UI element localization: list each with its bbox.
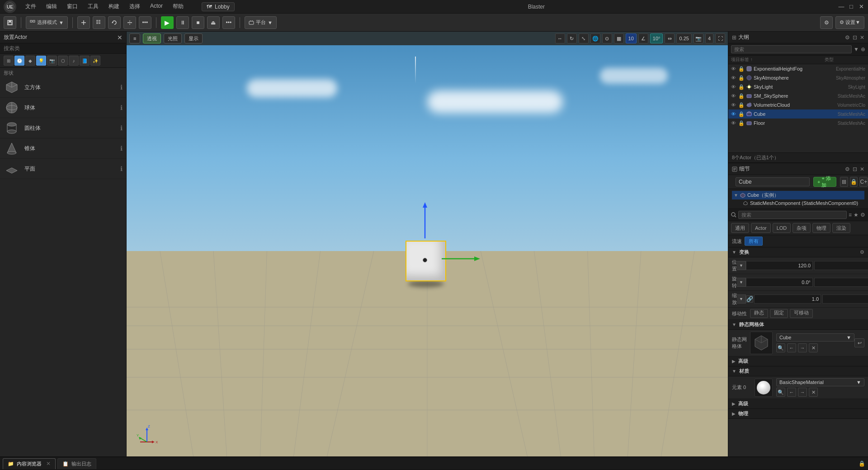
browse-mesh-button[interactable]: 🔍 [776,343,785,352]
stop-button[interactable]: ■ [192,16,204,29]
scale-value-button[interactable]: 0.25 [676,33,691,43]
place-actor-close[interactable]: ✕ [117,34,123,41]
more-play-button[interactable]: ••• [222,16,235,29]
angle-icon[interactable]: ∠ [638,33,648,43]
camera-value-button[interactable]: 4 [705,33,713,43]
details-tab-actor[interactable]: Actor [751,223,771,233]
cylinder-info-icon[interactable]: ℹ [120,124,123,132]
settings-button[interactable]: ⚙ 设置▼ [835,16,864,29]
grid-size-button[interactable]: 10 [626,33,637,43]
pause-button[interactable]: ⏸ [176,16,189,29]
surface-snap-icon[interactable]: ⊙ [602,33,612,43]
scale-snap-button[interactable] [123,16,136,29]
maximize-viewport-icon[interactable]: ⛶ [715,33,725,43]
menu-file[interactable]: 文件 [24,2,38,11]
outliner-settings-icon[interactable]: ⚙ [845,34,850,41]
filter-trigger[interactable]: ⬡ [58,56,68,66]
settings-icon-button[interactable]: ⚙ [820,16,833,29]
outliner-item-sky-light[interactable]: 👁 🔒 SkyLight SkyLight [728,82,868,91]
details-tab-physics[interactable]: 物理 [812,223,830,233]
material-dropdown-button[interactable]: BasicShapeMaterial ▼ [776,378,864,386]
use-selection-button[interactable]: ← [787,343,796,352]
details-tab-render[interactable]: 渲染 [832,223,850,233]
details-star-icon[interactable]: ★ [854,212,859,218]
component-tree-static-mesh[interactable]: StaticMeshComponent (StaticMeshComponent… [732,199,864,207]
details-settings-icon[interactable]: ⚙ [845,166,850,172]
position-x-input[interactable] [746,261,813,270]
filter-all[interactable]: ⊞ [4,56,14,66]
camera-icon[interactable]: 📷 [693,33,703,43]
shape-cone[interactable]: 锥体 ℹ [0,138,126,159]
viewport-menu-button[interactable]: ≡ [129,33,140,43]
save-button[interactable] [4,16,16,29]
outliner-item-exponential-fog[interactable]: 👁 🔒 ExponentialHeightFog ExponentialHe [728,64,868,73]
menu-select[interactable]: 选择 [127,2,142,11]
filter-icon[interactable]: ▼ [854,46,859,52]
component-view-button[interactable]: ⊞ [840,177,848,187]
details-tab-lod[interactable]: LOD [773,223,791,233]
filter-audio[interactable]: ♪ [69,56,79,66]
lock-panel-icon[interactable]: 🔒 [859,461,865,467]
open-mesh-editor-button[interactable]: → [798,343,807,352]
outliner-item-floor[interactable]: 👁 🔒 Floor StaticMeshAc [728,119,868,128]
mesh-reset-button[interactable]: ↩ [854,338,864,347]
menu-help[interactable]: 帮助 [171,2,185,11]
details-gear-icon[interactable]: ⚙ [860,212,865,218]
outliner-item-sky-atmosphere[interactable]: 👁 🔒 SkyAtmosphere SkyAtmospher [728,73,868,82]
project-name[interactable]: 🗺 Lobby [202,2,235,11]
physics-section-header[interactable]: ▶ 物理 [728,409,868,419]
viewport-show-button[interactable]: 显示 [184,33,203,43]
static-mesh-section-header[interactable]: ▼ 静态网格体 [728,320,868,330]
mobility-static-button[interactable]: 静态 [750,309,768,318]
filter-light[interactable]: 💡 [36,56,46,66]
cone-info-icon[interactable]: ℹ [120,145,123,152]
rotation-x-input[interactable] [746,278,813,287]
close-button[interactable]: ✕ [858,4,864,10]
scale-y-input[interactable] [822,294,868,304]
advanced-section-2-header[interactable]: ▶ 高级 [728,399,868,409]
scale-lock-button[interactable]: 🔗 [746,295,753,303]
outliner-expand-icon[interactable]: ⊡ [853,34,857,41]
rotate-gizmo-icon[interactable]: ↻ [567,33,577,43]
position-dropdown[interactable]: ▼ [737,261,746,270]
menu-tools[interactable]: 工具 [86,2,100,11]
maximize-button[interactable]: □ [848,4,854,10]
menu-actor[interactable]: Actor [148,2,165,11]
add-button[interactable] [77,16,90,29]
materials-section-header[interactable]: ▼ 材质 [728,366,868,376]
shape-cylinder[interactable]: 圆柱体 ℹ [0,118,126,138]
details-close-icon[interactable]: ✕ [860,166,864,172]
play-button[interactable]: ▶ [161,16,174,29]
filter-effect[interactable]: ✨ [90,56,100,66]
open-blueprint-button[interactable]: C+ [859,177,868,187]
scale-dropdown[interactable]: ▼ [737,294,746,304]
rotation-y-input[interactable] [814,278,868,287]
shape-plane[interactable]: 平面 ℹ [0,159,126,179]
filter-shape[interactable]: ◆ [25,56,35,66]
sphere-info-icon[interactable]: ℹ [120,104,123,111]
rotate-snap-button[interactable] [108,16,121,29]
mesh-dropdown-button[interactable]: Cube ▼ [776,333,854,342]
details-search-input[interactable] [738,211,847,219]
mobility-stationary-button[interactable]: 固定 [770,309,788,318]
content-browser-tab-close[interactable]: ✕ [46,461,51,467]
details-tab-general[interactable]: 通用 [731,223,749,233]
open-mat-editor-button[interactable]: → [798,388,807,397]
details-expand-icon[interactable]: ⊡ [853,166,857,172]
shape-cube[interactable]: 立方体 ℹ [0,77,126,98]
transform-section-header[interactable]: ▼ 变换 ⚙ [728,247,868,257]
scale-x-input[interactable] [754,294,821,304]
world-local-icon[interactable]: 🌐 [590,33,600,43]
angle-value-button[interactable]: 10° [650,33,663,43]
outliner-item-volumetric-cloud[interactable]: 👁 🔒 VolumetricCloud VolumetricClo [728,100,868,109]
mobility-movable-button[interactable]: 可移动 [790,309,813,318]
viewport[interactable]: ≡ 透视 光照 显示 ↔ ↻ ⤡ 🌐 ⊙ ▦ 10 ∠ 10° [127,32,728,456]
outliner-item-cube[interactable]: 👁 🔒 Cube StaticMeshAc [728,109,868,119]
rotation-dropdown[interactable]: ▼ [737,278,746,287]
scale-icon[interactable]: ⇔ [665,33,675,43]
add-component-button[interactable]: + + 添加 [813,177,836,187]
details-tab-misc[interactable]: 杂项 [793,223,811,233]
shape-sphere[interactable]: 球体 ℹ [0,98,126,118]
position-y-input[interactable] [814,261,868,270]
scene-cube[interactable] [403,238,448,284]
